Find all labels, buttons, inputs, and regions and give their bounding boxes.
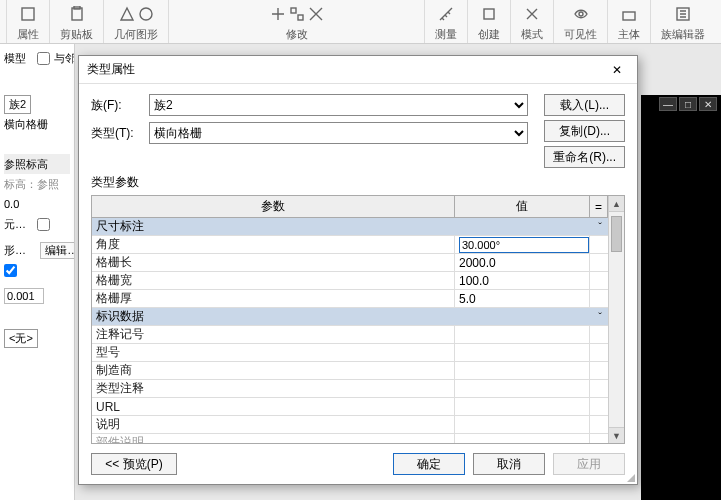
close-icon[interactable]: ✕ [605,60,629,80]
param-row[interactable]: 格栅长2000.0 [92,254,608,272]
family-label: 族(F): [91,97,141,114]
paste-icon[interactable] [69,6,85,22]
chk-x[interactable] [4,264,17,277]
param-row[interactable]: 格栅宽100.0 [92,272,608,290]
svg-rect-1 [72,8,82,20]
ribbon: 属性 剪贴板 几何图形 修改 测量 创建 模式 可见性 主体 族编辑器 [0,0,721,44]
chk-pi[interactable] [37,218,50,231]
tab-model[interactable]: 模型 [4,51,26,66]
param-row[interactable]: 注释记号 [92,326,608,344]
drawing-view[interactable]: — □ ✕ [641,95,721,500]
scroll-up-icon[interactable]: ▲ [609,196,624,212]
ribbon-group-label: 属性 [17,27,39,43]
sel-none[interactable]: <无> [4,329,38,348]
val-small[interactable] [4,288,44,304]
param-row[interactable]: 说明 [92,416,608,434]
param-name: 制造商 [92,362,455,379]
param-name: URL [92,398,455,415]
family-selector[interactable]: 族2 [4,95,31,114]
ribbon-group-label: 主体 [618,27,640,43]
modify-icon[interactable] [270,6,286,22]
param-name: 注释记号 [92,326,455,343]
param-grid: 参数 值 = 尺寸标注ˇ角度格栅长2000.0格栅宽100.0格栅厚5.0标识数… [92,196,608,443]
duplicate-button[interactable]: 复制(D)... [544,120,625,142]
grid-scrollbar[interactable]: ▲ ▼ [608,196,624,443]
param-name: 格栅宽 [92,272,455,289]
param-row[interactable]: 角度 [92,236,608,254]
param-value[interactable] [455,344,590,361]
ribbon-group-label: 创建 [478,27,500,43]
scroll-down-icon[interactable]: ▼ [609,427,624,443]
type-label: 横向格栅 [4,117,48,132]
param-name: 型号 [92,344,455,361]
param-name: 类型注释 [92,380,455,397]
param-value[interactable] [455,236,590,253]
view-max-icon[interactable]: □ [679,97,697,111]
param-value[interactable] [455,326,590,343]
geometry-icon[interactable] [138,6,154,22]
param-value[interactable] [455,434,590,443]
svg-rect-8 [623,12,635,20]
modify-icon[interactable] [308,6,324,22]
param-value[interactable]: 5.0 [455,290,590,307]
family-select[interactable]: 族2 [149,94,528,116]
col-param[interactable]: 参数 [92,196,455,217]
view-close-icon[interactable]: ✕ [699,97,717,111]
apply-button[interactable]: 应用 [553,453,625,475]
rename-button[interactable]: 重命名(R)... [544,146,625,168]
ok-button[interactable]: 确定 [393,453,465,475]
section-label: 类型参数 [91,174,625,191]
visibility-icon[interactable] [573,6,589,22]
param-row[interactable]: 类型注释 [92,380,608,398]
col-eq[interactable]: = [590,196,608,217]
type-properties-dialog: 类型属性 ✕ 族(F): 族2 类型(T): 横向格栅 载入(L)... 复 [78,55,638,485]
modify-icon[interactable] [289,6,305,22]
view-min-icon[interactable]: — [659,97,677,111]
param-row[interactable]: 部件说明 [92,434,608,443]
preview-button[interactable]: << 预览(P) [91,453,177,475]
chk-neighbor[interactable] [37,52,50,65]
param-value[interactable] [455,380,590,397]
param-value[interactable] [455,416,590,433]
svg-rect-0 [22,8,34,20]
ribbon-group-label: 修改 [286,27,308,43]
type-label: 类型(T): [91,125,141,142]
param-row[interactable]: URL [92,398,608,416]
svg-rect-5 [298,15,303,20]
param-value-input[interactable] [459,237,589,253]
param-value[interactable]: 2000.0 [455,254,590,271]
resize-grip[interactable] [623,470,635,482]
load-button[interactable]: 载入(L)... [544,94,625,116]
cancel-button[interactable]: 取消 [473,453,545,475]
family-editor-icon[interactable] [675,6,691,22]
host-icon[interactable] [621,6,637,22]
category-row[interactable]: 尺寸标注ˇ [92,218,608,236]
collapse-icon[interactable]: ˇ [598,221,608,233]
param-row[interactable]: 制造商 [92,362,608,380]
mode-icon[interactable] [524,6,540,22]
param-name: 格栅厚 [92,290,455,307]
properties-panel: 模型 与邻 族2 横向格栅 参照标高 标高：参照 0.0 元… 形… 编辑… <… [0,44,75,500]
param-value[interactable]: 100.0 [455,272,590,289]
param-value[interactable] [455,362,590,379]
ribbon-group-label: 族编辑器 [661,27,705,43]
geometry-icon[interactable] [119,6,135,22]
type-select[interactable]: 横向格栅 [149,122,528,144]
ribbon-group-label: 几何图形 [114,27,158,43]
scroll-thumb[interactable] [611,216,622,252]
measure-icon[interactable] [438,6,454,22]
svg-point-3 [140,8,152,20]
param-name: 说明 [92,416,455,433]
ribbon-group-label: 测量 [435,27,457,43]
ribbon-group-label: 模式 [521,27,543,43]
param-name: 部件说明 [92,434,455,443]
ribbon-group-label: 剪贴板 [60,27,93,43]
param-value[interactable] [455,398,590,415]
col-value[interactable]: 值 [455,196,590,217]
collapse-icon[interactable]: ˇ [598,311,608,323]
param-row[interactable]: 型号 [92,344,608,362]
param-row[interactable]: 格栅厚5.0 [92,290,608,308]
category-row[interactable]: 标识数据ˇ [92,308,608,326]
create-icon[interactable] [481,6,497,22]
svg-rect-6 [484,9,494,19]
